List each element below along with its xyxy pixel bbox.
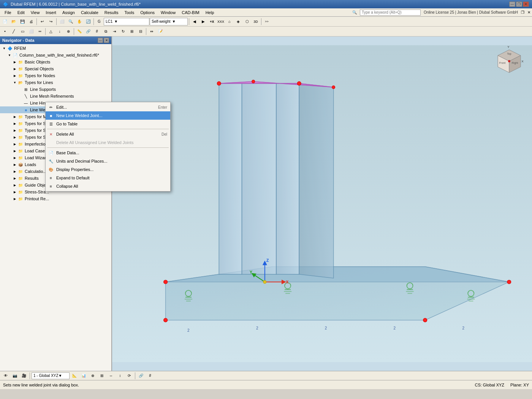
view-cube[interactable]: Y X Top Front Right	[490, 44, 524, 78]
restore-button[interactable]: ❐	[516, 2, 522, 7]
bt-toolbar-btn1[interactable]: 📐	[70, 372, 79, 380]
tree-line-supports[interactable]: ⊞ Line Supports	[0, 86, 111, 93]
bt-toolbar-btn4[interactable]: ⊞	[98, 372, 106, 380]
ctx-display-props[interactable]: 🎨 Display Properties...	[46, 165, 170, 174]
line-btn[interactable]: ╱	[10, 27, 18, 36]
view3d-btn[interactable]: 3D	[252, 17, 260, 26]
wireframe-btn[interactable]: ◈	[234, 17, 242, 26]
home-btn[interactable]: ⌂	[225, 17, 234, 26]
svg-text:X: X	[521, 60, 524, 63]
restore-icon[interactable]: ❐	[521, 10, 524, 14]
zoom-btn[interactable]: 🔍	[66, 17, 75, 26]
view-x-btn[interactable]: +X	[208, 17, 216, 26]
pan-btn[interactable]: ✋	[75, 17, 84, 26]
lc-dropdown[interactable]: LC1 ▼	[104, 18, 149, 25]
video-btn[interactable]: 🎥	[20, 372, 28, 380]
svg-text:2: 2	[256, 326, 258, 331]
undo-btn[interactable]: ↩	[38, 17, 46, 26]
open-btn[interactable]: 📂	[10, 17, 18, 26]
mirror-btn[interactable]: ⊞	[128, 27, 136, 36]
tree-file[interactable]: ▼ 📄 Column_base_with_line_weld_finished.…	[0, 52, 111, 59]
view-y-btn[interactable]: XXX	[217, 17, 225, 26]
tree-root-rfem[interactable]: ▼ 🔷 RFEM	[0, 45, 111, 52]
bt-toolbar-btn7[interactable]: ⟳	[125, 372, 133, 380]
ctx-go-to-table[interactable]: ☰ Go to Table	[46, 120, 170, 128]
print-btn[interactable]: 🖨	[27, 17, 35, 26]
bt-grid2-btn[interactable]: #	[146, 372, 154, 380]
redo-btn[interactable]: ↪	[47, 17, 55, 26]
tree-types-lines[interactable]: ▼ 📂 Types for Lines	[0, 79, 111, 86]
navigator-header-controls[interactable]: — ✕	[98, 38, 109, 43]
copy-btn[interactable]: ⧉	[101, 27, 110, 36]
menu-results[interactable]: Results	[101, 10, 122, 16]
menu-tools[interactable]: Tools	[121, 10, 137, 16]
close-button[interactable]: ✕	[523, 2, 529, 7]
surface-btn[interactable]: ▭	[18, 27, 27, 36]
annotation-btn[interactable]: 📝	[156, 27, 165, 36]
snap-btn[interactable]: 🔗	[84, 27, 92, 36]
rotate-btn[interactable]: 🔄	[84, 17, 92, 26]
load-btn[interactable]: ↓	[55, 27, 64, 36]
bt-snap-btn[interactable]: 🔗	[137, 372, 145, 380]
solid-obj-btn[interactable]: ⬜	[27, 27, 35, 36]
menu-file[interactable]: File	[2, 10, 14, 16]
solid-btn[interactable]: ⬡	[243, 17, 251, 26]
member-btn[interactable]: ═	[36, 27, 44, 36]
constraint-btn[interactable]: ⊕	[64, 27, 73, 36]
bt-toolbar-btn3[interactable]: ⊕	[89, 372, 97, 380]
close-menu-icon[interactable]: ✕	[527, 10, 530, 14]
save-btn[interactable]: 💾	[18, 17, 27, 26]
ctx-edit-label: Edit...	[56, 105, 67, 109]
coord-system-dropdown[interactable]: 1 - Global XYZ ▼	[32, 372, 70, 379]
menu-edit[interactable]: Edit	[14, 10, 28, 16]
menu-insert[interactable]: Insert	[43, 10, 59, 16]
ctx-collapse-all[interactable]: ≡ Collapse All	[46, 182, 170, 190]
tree-printout[interactable]: ▶ 📁 Printout Re...	[0, 195, 111, 202]
support-btn[interactable]: △	[47, 27, 55, 36]
menu-view[interactable]: View	[28, 10, 43, 16]
extrude-btn[interactable]: ⊟	[136, 27, 145, 36]
menu-assign[interactable]: Assign	[59, 10, 78, 16]
measure-btn[interactable]: 📏	[75, 27, 84, 36]
filter-btn[interactable]: G	[95, 17, 103, 26]
tree-line-mesh[interactable]: ╲ Line Mesh Refinements	[0, 93, 111, 100]
ctx-base-data[interactable]: 📄 Base Data...	[46, 149, 170, 157]
nav-minimize-btn[interactable]: —	[98, 38, 103, 43]
new-file-btn[interactable]: 📄	[1, 17, 9, 26]
node-btn[interactable]: •	[1, 27, 9, 36]
bt-toolbar-btn2[interactable]: 📊	[79, 372, 88, 380]
tree-special-objects[interactable]: ▶ 📁 Special Objects	[0, 65, 111, 72]
nav-close-btn[interactable]: ✕	[104, 38, 109, 43]
nav-next-btn[interactable]: ▶	[199, 17, 207, 26]
menu-window[interactable]: Window	[158, 10, 179, 16]
menu-help[interactable]: Help	[203, 10, 217, 16]
license-info: Online License 25 | Jonas Bien | Dlubal …	[424, 10, 518, 14]
rotate2-btn[interactable]: ↻	[119, 27, 127, 36]
bt-toolbar-btn6[interactable]: ↕	[116, 372, 124, 380]
nav-prev-btn[interactable]: ◀	[190, 17, 199, 26]
ctx-delete-all[interactable]: ✕ Delete All Del	[46, 130, 170, 138]
bt-toolbar-btn5[interactable]: ↔	[107, 372, 115, 380]
minimize-button[interactable]: —	[509, 2, 515, 7]
select-btn[interactable]: ⬜	[58, 17, 66, 26]
more-btn[interactable]: >>	[263, 17, 271, 26]
keyword-search[interactable]	[360, 10, 421, 16]
tree-types-nodes[interactable]: ▶ 📁 Types for Nodes	[0, 72, 111, 79]
ctx-new-line-welded[interactable]: ■ New Line Welded Joint...	[46, 111, 170, 120]
grid-btn[interactable]: #	[93, 27, 101, 36]
menu-options[interactable]: Options	[137, 10, 158, 16]
dimension-btn[interactable]: ⇔	[147, 27, 156, 36]
ctx-units[interactable]: 🔧 Units and Decimal Places...	[46, 157, 170, 165]
viewport[interactable]: 2 2 2 2 2 X Y Z	[112, 36, 532, 371]
view-icon-btn[interactable]: 👁	[2, 372, 10, 380]
camera-btn[interactable]: 📷	[11, 372, 19, 380]
context-menu[interactable]: ✏ Edit... Enter ■ New Line Welded Joint.…	[45, 102, 171, 192]
menu-cadbim[interactable]: CAD-BIM	[179, 10, 202, 16]
tree-basic-objects[interactable]: ▶ 📁 Basic Objects	[0, 59, 111, 65]
ctx-edit[interactable]: ✏ Edit... Enter	[46, 103, 170, 111]
ctx-expand-default[interactable]: ≡ Expand to Default	[46, 174, 170, 182]
loadtype-dropdown[interactable]: Self-weight ▼	[150, 18, 188, 25]
menu-calculate[interactable]: Calculate	[78, 10, 101, 16]
titlebar-controls[interactable]: — ❐ ✕	[509, 2, 529, 7]
move-btn[interactable]: ⇥	[110, 27, 119, 36]
